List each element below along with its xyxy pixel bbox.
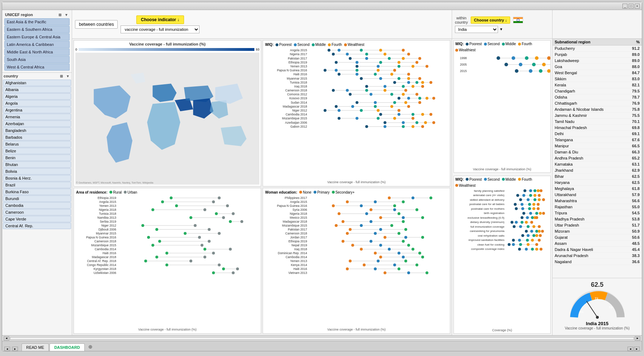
dot-area bbox=[117, 200, 259, 204]
subnational-row[interactable]: Karnataka63.1 bbox=[553, 161, 642, 167]
data-dot bbox=[356, 117, 358, 120]
tab-add-btn[interactable]: ⊕ bbox=[85, 342, 95, 351]
scroll-track[interactable] bbox=[10, 337, 634, 340]
region-item[interactable]: East Asia & the Pacific bbox=[4, 18, 70, 25]
subnational-row[interactable]: Mizoram50.9 bbox=[553, 228, 642, 234]
country-item[interactable]: Benin bbox=[3, 155, 71, 161]
subnational-table[interactable]: Subnational region % Puducherry91.2Punja… bbox=[553, 39, 642, 278]
country-item[interactable]: Argentina bbox=[3, 107, 71, 113]
tab-nav-right[interactable]: ► bbox=[634, 347, 640, 351]
map-container[interactable]: © GeoNames, MSFT, Microsoft, Navinfo, Na… bbox=[75, 53, 259, 185]
subnational-row[interactable]: Maharashtra56.6 bbox=[553, 198, 642, 204]
country-item[interactable]: Cape Verde bbox=[3, 216, 71, 222]
scroll-left-btn[interactable]: ◄ bbox=[4, 336, 9, 341]
country-item[interactable]: Bosnia & Herz. bbox=[3, 175, 71, 181]
subnational-row[interactable]: Punjab89.0 bbox=[553, 52, 642, 58]
region-filter-icon[interactable]: ⊞ bbox=[57, 12, 62, 17]
data-dot bbox=[404, 101, 407, 104]
flag-circle bbox=[517, 19, 520, 22]
tab-scroll-right[interactable]: ► bbox=[12, 347, 18, 351]
tab-dashboard[interactable]: DASHBOARD bbox=[50, 343, 85, 351]
subnational-row[interactable]: Puducherry91.2 bbox=[553, 46, 642, 52]
between-countries-btn[interactable]: between countries bbox=[75, 20, 118, 29]
country-item[interactable]: Central Af. Rep. bbox=[3, 223, 71, 229]
row-label: Iraq 2018 bbox=[265, 247, 308, 251]
subnational-row[interactable]: Andhra Pradesh65.2 bbox=[553, 155, 642, 161]
region-item[interactable]: West & Central Africa bbox=[4, 63, 70, 71]
subnational-row[interactable]: Chhattisgarh76.9 bbox=[553, 100, 642, 106]
subnational-row[interactable]: Delhi69.1 bbox=[553, 131, 642, 137]
country-item[interactable]: Bolivia bbox=[3, 168, 71, 175]
country-item[interactable]: Algeria bbox=[3, 93, 71, 100]
country-item[interactable]: Cameroon bbox=[3, 209, 71, 215]
region-item[interactable]: Latin America & Caribbean bbox=[4, 41, 70, 48]
indicator-select[interactable]: vaccine coverage - full immunization bbox=[121, 25, 199, 33]
connector bbox=[224, 269, 238, 269]
subnational-row[interactable]: Jammu & Kashmir75.5 bbox=[553, 113, 642, 119]
dot-area bbox=[308, 271, 448, 275]
tab-readme[interactable]: READ ME bbox=[22, 343, 49, 351]
subnational-row[interactable]: Bihar62.5 bbox=[553, 174, 642, 180]
subnational-row[interactable]: Chandigarh79.5 bbox=[553, 88, 642, 94]
country-item[interactable]: Azerbaijan bbox=[3, 120, 71, 127]
subnational-row[interactable]: Jharkhand62.9 bbox=[553, 167, 642, 174]
region-item[interactable]: Eastern & Southern Africa bbox=[4, 26, 70, 33]
country-item[interactable]: Afghanistan bbox=[3, 80, 71, 86]
tab-nav-left[interactable]: ◄ bbox=[627, 347, 633, 351]
subnational-row[interactable]: Lakshadweep89.0 bbox=[553, 58, 642, 64]
scroll-right-btn[interactable]: ► bbox=[635, 336, 640, 341]
subnational-row[interactable]: Dadra & Nagar Haveli45.4 bbox=[553, 247, 642, 253]
subnational-row[interactable]: Kerala82.1 bbox=[553, 82, 642, 88]
country-list[interactable]: AfghanistanAlbaniaAlgeriaAngolaArgentina… bbox=[2, 79, 72, 335]
country-item[interactable]: Burundi bbox=[3, 195, 71, 202]
country-item[interactable]: Belarus bbox=[3, 141, 71, 147]
subnational-row[interactable]: Rajasthan55.0 bbox=[553, 204, 642, 210]
close-btn[interactable]: × bbox=[635, 4, 640, 9]
country-item[interactable]: Angola bbox=[3, 100, 71, 106]
country-item[interactable]: Barbados bbox=[3, 134, 71, 141]
country-item[interactable]: Bhutan bbox=[3, 161, 71, 168]
subnational-row[interactable]: Arunachal Pradesh38.3 bbox=[553, 253, 642, 259]
minimize-btn[interactable]: _ bbox=[622, 4, 627, 9]
subnational-row[interactable]: Tripura54.5 bbox=[553, 210, 642, 216]
subnational-row[interactable]: Andaman & Nicobar Islands75.8 bbox=[553, 106, 642, 113]
chart-row-label: Tunisia 2018 bbox=[265, 81, 308, 84]
subnational-row[interactable]: Tamil Nadu70.1 bbox=[553, 119, 642, 125]
country-item[interactable]: Belize bbox=[3, 148, 71, 154]
data-dot bbox=[421, 81, 424, 84]
subnational-row[interactable]: Gujarat50.6 bbox=[553, 234, 642, 241]
region-sort-icon[interactable]: ▼ bbox=[64, 12, 69, 17]
subnational-row[interactable]: Odisha78.7 bbox=[553, 94, 642, 100]
country-item[interactable]: Cambodia bbox=[3, 202, 71, 209]
region-item[interactable]: Middle East & North Africa bbox=[4, 48, 70, 56]
country-item[interactable]: Brazil bbox=[3, 182, 71, 188]
country-item[interactable]: Burkina Faso bbox=[3, 189, 71, 195]
subnational-row[interactable]: Goa88.0 bbox=[553, 64, 642, 70]
tab-scroll-left[interactable]: ◄ bbox=[4, 347, 10, 351]
subnational-row[interactable]: Uttar Pradesh51.7 bbox=[553, 222, 642, 228]
country-item[interactable]: Albania bbox=[3, 86, 71, 93]
maximize-btn[interactable]: □ bbox=[629, 4, 634, 9]
country-filter-icon[interactable]: ⊞ bbox=[59, 73, 64, 79]
country-sort-icon[interactable]: ▼ bbox=[65, 73, 70, 79]
subnational-row[interactable]: Telangana67.6 bbox=[553, 137, 642, 143]
subnational-row[interactable]: Sikkim83.0 bbox=[553, 76, 642, 82]
subnational-row[interactable]: Himachal Pradesh69.8 bbox=[553, 125, 642, 131]
subnational-row[interactable]: Nagaland36.6 bbox=[553, 259, 642, 265]
region-item[interactable]: Eastern Europe & Central Asia bbox=[4, 33, 70, 41]
subnational-row[interactable]: Madhya Pradesh53.8 bbox=[553, 216, 642, 222]
choose-indicator-btn[interactable]: Choose indicator ↓ bbox=[136, 15, 184, 24]
country-item[interactable]: Armenia bbox=[3, 114, 71, 120]
subnational-row[interactable]: West Bengal84.7 bbox=[553, 70, 642, 76]
subnational-row[interactable]: Meghalaya61.8 bbox=[553, 186, 642, 192]
choose-country-btn[interactable]: Choose country ↓ bbox=[471, 16, 510, 24]
subnational-row[interactable]: Assam48.5 bbox=[553, 241, 642, 247]
dropdown-arrow: ▼ bbox=[499, 27, 503, 31]
subnational-row[interactable]: Manipur66.5 bbox=[553, 143, 642, 149]
country-item[interactable]: Bangladesh bbox=[3, 127, 71, 134]
subnational-row[interactable]: Uttarakhand57.9 bbox=[553, 192, 642, 198]
subnational-row[interactable]: Daman & Diu66.3 bbox=[553, 149, 642, 155]
subnational-row[interactable]: Haryana62.5 bbox=[553, 180, 642, 186]
country-dropdown[interactable]: India bbox=[455, 26, 498, 33]
region-item[interactable]: South Asia bbox=[4, 56, 70, 63]
